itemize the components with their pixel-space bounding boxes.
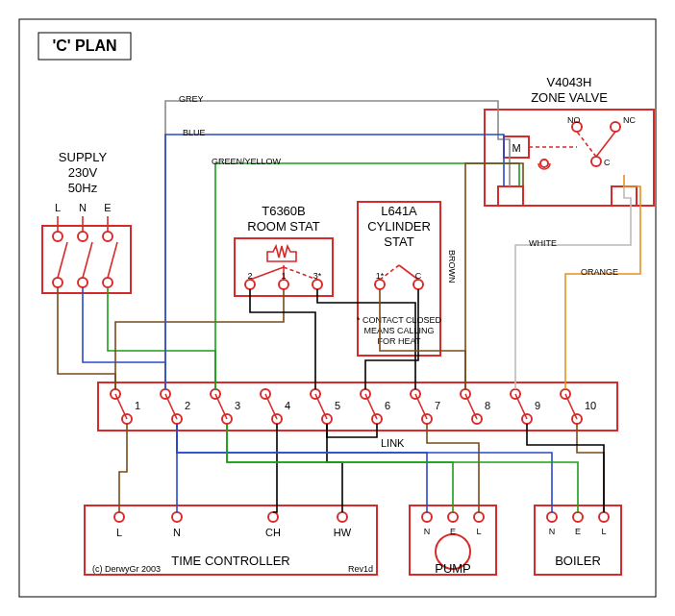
svg-text:3: 3	[235, 400, 240, 411]
svg-text:CH: CH	[265, 527, 281, 538]
svg-text:4: 4	[285, 400, 290, 411]
svg-point-50	[540, 160, 548, 167]
svg-text:ORANGE: ORANGE	[581, 267, 618, 277]
svg-text:1*: 1*	[376, 271, 385, 281]
svg-text:NC: NC	[623, 115, 636, 125]
roomstat-label: ROOM STAT	[247, 219, 319, 234]
svg-line-47	[596, 132, 615, 157]
svg-line-48	[577, 132, 596, 157]
wiring-diagram: 'C' PLAN SUPPLY 230V 50Hz L N E T6360B R…	[0, 0, 675, 616]
link-label: LINK	[381, 437, 405, 449]
svg-point-106	[422, 512, 432, 522]
svg-text:2: 2	[247, 271, 252, 281]
svg-text:6: 6	[385, 400, 390, 411]
svg-text:3*: 3*	[313, 271, 322, 281]
svg-text:BOILER: BOILER	[555, 554, 601, 568]
svg-text:N: N	[424, 527, 431, 536]
supply-label: SUPPLY	[59, 150, 108, 164]
svg-text:BLUE: BLUE	[183, 128, 206, 137]
diagram-title: 'C' PLAN	[52, 37, 116, 54]
zone-valve-label: ZONE VALVE	[531, 90, 608, 105]
svg-text:N: N	[173, 527, 181, 538]
svg-point-110	[474, 512, 484, 522]
svg-text:L: L	[55, 202, 61, 213]
svg-line-12	[83, 242, 92, 278]
svg-point-94	[114, 512, 124, 522]
svg-text:V4043H: V4043H	[547, 75, 592, 89]
svg-text:10: 10	[585, 400, 596, 411]
svg-point-113	[547, 512, 557, 522]
svg-point-7	[103, 232, 112, 241]
svg-text:TIME CONTROLLER: TIME CONTROLLER	[171, 554, 290, 568]
svg-text:E: E	[104, 202, 111, 213]
svg-point-30	[413, 280, 423, 289]
svg-text:L: L	[601, 527, 606, 536]
svg-point-5	[53, 232, 62, 241]
svg-text:C: C	[604, 158, 611, 167]
svg-text:9: 9	[535, 400, 540, 411]
svg-text:GREEN/YELLOW: GREEN/YELLOW	[212, 157, 282, 166]
svg-text:PUMP: PUMP	[435, 561, 471, 576]
svg-rect-51	[498, 186, 523, 206]
svg-point-18	[245, 280, 255, 289]
svg-point-9	[78, 278, 88, 287]
svg-point-108	[448, 512, 458, 522]
svg-point-100	[338, 512, 347, 522]
svg-point-20	[312, 280, 322, 289]
svg-text:CYLINDER: CYLINDER	[367, 219, 431, 234]
svg-point-43	[611, 122, 620, 132]
svg-text:8: 8	[485, 400, 490, 411]
svg-point-98	[268, 512, 278, 522]
svg-text:HW: HW	[334, 527, 352, 538]
supply-freq: 50Hz	[68, 181, 98, 195]
svg-point-8	[53, 278, 62, 287]
svg-text:BROWN: BROWN	[447, 250, 457, 283]
svg-text:C: C	[415, 271, 422, 281]
svg-point-45	[591, 157, 601, 166]
svg-line-22	[250, 267, 284, 280]
svg-text:E: E	[575, 527, 581, 536]
svg-text:2: 2	[185, 400, 190, 411]
svg-text:5: 5	[335, 400, 340, 411]
svg-point-10	[103, 278, 112, 287]
junction-terminals: 1 2 3 4 5 6 7 8 9 10	[111, 389, 596, 424]
svg-text:MEANS CALLING: MEANS CALLING	[363, 326, 434, 335]
svg-text:M: M	[512, 142, 520, 154]
svg-rect-0	[19, 19, 656, 597]
svg-text:(c) DerwyGr 2003: (c) DerwyGr 2003	[92, 564, 161, 574]
svg-point-6	[78, 232, 88, 241]
svg-text:L641A: L641A	[381, 204, 417, 218]
svg-text:WHITE: WHITE	[529, 238, 557, 248]
svg-point-29	[375, 280, 385, 289]
cylstat-label: STAT	[384, 234, 413, 249]
svg-text:1: 1	[135, 400, 140, 411]
svg-point-117	[599, 512, 609, 522]
svg-text:FOR HEAT: FOR HEAT	[378, 336, 421, 346]
svg-text:Rev1d: Rev1d	[348, 564, 373, 574]
svg-text:L: L	[116, 527, 122, 538]
svg-text:7: 7	[435, 400, 440, 411]
svg-point-96	[172, 512, 182, 522]
svg-text:T6360B: T6360B	[262, 204, 306, 218]
svg-point-115	[573, 512, 583, 522]
svg-line-11	[58, 242, 67, 278]
svg-text:L: L	[476, 527, 481, 536]
svg-text:NO: NO	[567, 115, 581, 125]
svg-point-19	[279, 280, 288, 289]
svg-text:E: E	[450, 527, 456, 536]
svg-text:N: N	[549, 527, 556, 536]
svg-text:* CONTACT CLOSED: * CONTACT CLOSED	[357, 315, 442, 325]
supply-voltage: 230V	[68, 165, 98, 180]
svg-text:1: 1	[281, 271, 286, 281]
svg-text:GREY: GREY	[179, 94, 204, 104]
svg-text:N: N	[79, 202, 87, 213]
svg-line-13	[108, 242, 117, 278]
